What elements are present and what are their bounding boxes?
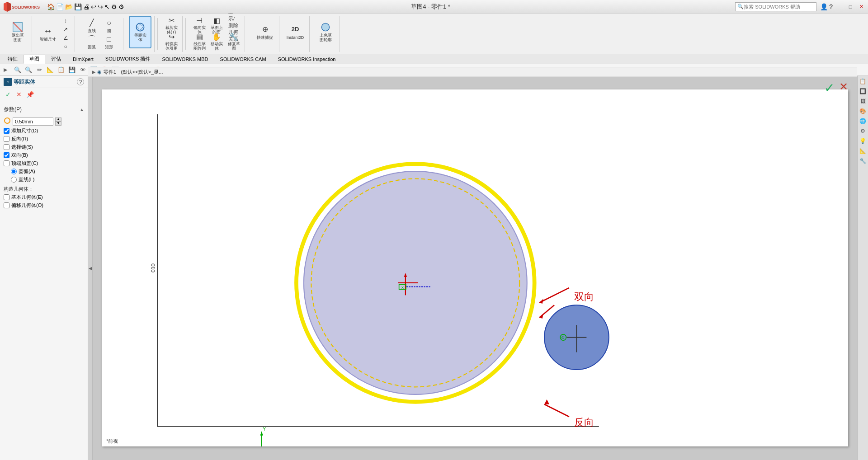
view-orient-icon[interactable]: 🔍 xyxy=(13,65,23,75)
tab-sw-inspection[interactable]: SOLIDWORKS Inspection xyxy=(272,55,342,64)
tab-sw-mbd[interactable]: SOLIDWORKS MBD xyxy=(156,55,214,64)
search-bar[interactable]: 🔍 xyxy=(735,2,816,11)
user-controls: 👤 ? xyxy=(820,3,833,10)
view-rotate-icon[interactable]: 📐 xyxy=(45,65,55,75)
reverse-checkbox[interactable] xyxy=(4,136,9,142)
tab-evaluate[interactable]: 评估 xyxy=(45,55,67,64)
dim-tool-3[interactable]: ∠ xyxy=(59,34,72,42)
tab-sketch[interactable]: 草图 xyxy=(24,55,45,64)
checkbox-offset-geom[interactable]: 偏移几何体(O) xyxy=(4,202,84,209)
view-zoom-icon[interactable]: 🔍 xyxy=(24,65,33,75)
rp-icon-5[interactable]: 🌐 xyxy=(859,117,868,126)
checkbox-chain[interactable]: 选择链(S) xyxy=(4,144,84,150)
rebuild-icon[interactable]: ⚙ xyxy=(111,3,117,10)
close-button[interactable]: ✕ xyxy=(856,2,866,12)
feature-tree-toggle[interactable]: ▶ xyxy=(4,67,7,73)
home-icon[interactable]: 🏠 xyxy=(47,3,55,10)
line-radio[interactable] xyxy=(11,177,17,183)
offset-decrement[interactable]: ▼ xyxy=(55,122,61,126)
radio-line[interactable]: 直线(L) xyxy=(11,176,84,183)
dim-tool-2[interactable]: ↗ xyxy=(59,25,72,33)
options-icon[interactable]: ⚙ xyxy=(118,3,124,10)
offset-entity-button[interactable]: 等距实体 xyxy=(129,16,151,48)
repair-button[interactable]: 🔧 修复草图 xyxy=(226,34,242,50)
cap-checkbox[interactable] xyxy=(4,160,9,166)
view-section-icon[interactable]: 📋 xyxy=(56,65,66,75)
minimize-button[interactable]: ─ xyxy=(835,2,844,12)
checkbox-reverse[interactable]: 反向(R) xyxy=(4,136,84,142)
show-geom-button[interactable]: 显示/删除几何关系 xyxy=(226,18,242,34)
tab-sw-plugins[interactable]: SOLIDWORKS 插件 xyxy=(99,55,156,64)
radio-arc[interactable]: 圆弧(A) xyxy=(11,168,84,175)
line-button[interactable]: ╱ 直线 xyxy=(84,18,100,34)
search-input[interactable] xyxy=(744,4,802,9)
sketch-face-button[interactable]: ◧ 草图上的面 xyxy=(208,18,225,34)
tab-dimxpert[interactable]: DimXpert xyxy=(67,55,99,64)
open-icon[interactable]: 📂 xyxy=(65,3,73,10)
help-icon[interactable]: ? xyxy=(829,3,833,10)
rp-icon-6[interactable]: ⚙ xyxy=(859,127,868,136)
circle-button[interactable]: ○ 圆 xyxy=(101,18,117,34)
view-display-icon[interactable]: 💾 xyxy=(67,65,77,75)
rp-icon-2[interactable]: 🔲 xyxy=(859,87,868,96)
add-dim-checkbox[interactable] xyxy=(4,128,9,134)
new-icon[interactable]: 📄 xyxy=(56,3,64,10)
rp-icon-8[interactable]: 📐 xyxy=(859,146,868,155)
rect-icon: □ xyxy=(104,34,114,44)
trim-button[interactable]: ✂ 裁剪实体(T) xyxy=(163,18,179,34)
params-collapse-icon[interactable]: ▲ xyxy=(80,107,84,112)
canvas-check-mark[interactable]: ✓ xyxy=(824,80,835,95)
dim-tool-4[interactable]: ○ xyxy=(59,42,72,51)
dim-tool-1[interactable]: ↕ xyxy=(59,17,72,25)
arc-button[interactable]: ⌒ 圆弧 xyxy=(84,34,100,50)
print-icon[interactable]: 🖨 xyxy=(83,3,90,10)
rp-icon-3[interactable]: 🖼 xyxy=(859,97,868,106)
canvas-x-mark[interactable]: ✕ xyxy=(839,80,848,93)
rp-icon-1[interactable]: 📋 xyxy=(859,77,868,86)
exit-sketch-button[interactable]: 退出草图面 xyxy=(6,16,29,48)
checkbox-bidirectional[interactable]: 双向(B) xyxy=(4,152,84,159)
sketch-face-icon: ◧ xyxy=(211,16,222,25)
arc-radio[interactable] xyxy=(11,169,17,174)
checkbox-add-dim[interactable]: 添加尺寸(D) xyxy=(4,127,84,134)
rect-button[interactable]: □ 矩形 xyxy=(101,34,117,50)
undo-icon[interactable]: ↩ xyxy=(91,3,96,10)
panel-collapse-button[interactable]: ◀ xyxy=(88,76,93,460)
bidirectional-checkbox[interactable] xyxy=(4,152,9,158)
checkbox-base-geom[interactable]: 基本几何体(E) xyxy=(4,194,84,201)
linear-pattern-button[interactable]: ▦ 线性草图阵列 xyxy=(191,34,208,50)
smart-dimension-button[interactable]: ↔ 智能尺寸 xyxy=(37,18,59,50)
view-pan-icon[interactable]: ✏ xyxy=(34,65,44,75)
select-icon[interactable]: ↖ xyxy=(104,3,110,10)
confirm-button[interactable]: ✓ xyxy=(4,90,13,99)
panel-help-icon[interactable]: ? xyxy=(77,78,84,85)
tab-feature[interactable]: 特征 xyxy=(2,55,24,64)
quick-snap-button[interactable]: ⊕ 快速捕捉 xyxy=(254,16,276,48)
move-button[interactable]: ✋ 移动实体 xyxy=(208,34,225,50)
offset-value-input[interactable] xyxy=(13,117,53,126)
tool-group-trim: ✂ 裁剪实体(T) ↪ 转换实体引用 xyxy=(160,16,183,52)
breadcrumb-part[interactable]: 零件1 xyxy=(104,69,116,75)
rp-icon-9[interactable]: 🔧 xyxy=(859,156,868,165)
save-icon[interactable]: 💾 xyxy=(74,3,82,10)
color-sketch-button[interactable]: 上色草图轮廓 xyxy=(314,16,337,48)
pin-button[interactable]: 📌 xyxy=(25,90,34,99)
sep-3 xyxy=(157,18,158,50)
rp-icon-4[interactable]: 🎨 xyxy=(859,107,868,116)
tab-sw-cam[interactable]: SOLIDWORKS CAM xyxy=(214,55,272,64)
canvas[interactable]: 010 x xyxy=(93,76,857,460)
checkbox-cap[interactable]: 顶端加盖(C) xyxy=(4,160,84,167)
restore-button[interactable]: □ xyxy=(845,2,855,12)
instant2d-button[interactable]: 2D Instant2D xyxy=(284,16,307,48)
cancel-button[interactable]: ✕ xyxy=(14,90,24,99)
mirror-button[interactable]: ⊣ 镜向实体 xyxy=(191,18,208,34)
chain-checkbox[interactable] xyxy=(4,144,9,150)
redo-icon[interactable]: ↪ xyxy=(98,3,103,10)
base-geom-checkbox[interactable] xyxy=(4,194,9,200)
convert-button[interactable]: ↪ 转换实体引用 xyxy=(163,34,179,50)
offset-geom-checkbox[interactable] xyxy=(4,202,9,208)
breadcrumb-config[interactable]: (默认<<默认>_显... xyxy=(121,69,163,75)
view-hide-icon[interactable]: 👁 xyxy=(78,65,88,75)
rp-icon-7[interactable]: 💡 xyxy=(859,136,868,146)
user-icon[interactable]: 👤 xyxy=(820,3,828,10)
